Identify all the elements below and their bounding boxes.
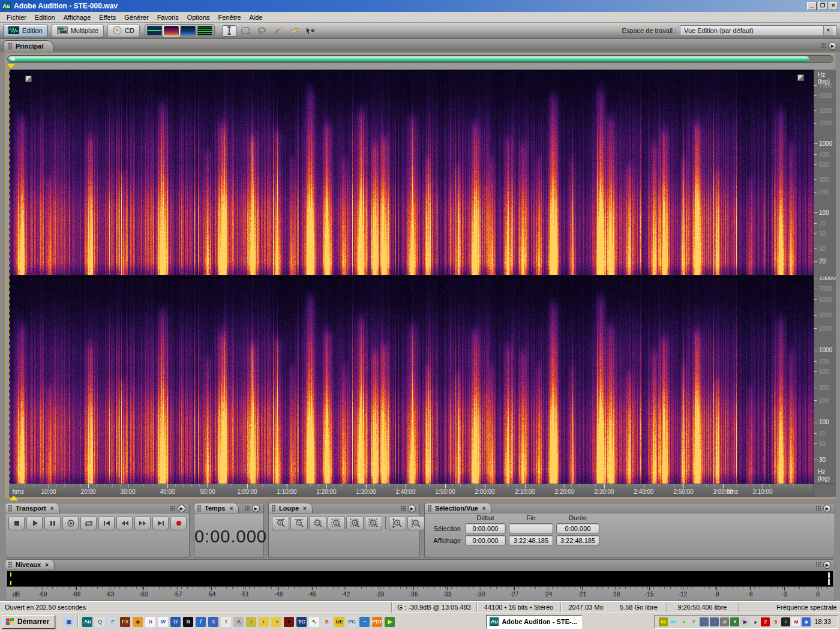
tray-pen-icon[interactable]: ▶	[740, 617, 749, 626]
effects-paintbrush-tool[interactable]	[271, 25, 285, 37]
wand-tool-icon[interactable]: /	[196, 617, 206, 627]
close-icon[interactable]: ×	[44, 562, 49, 568]
playhead-top-marker[interactable]	[7, 64, 14, 68]
onenote-icon[interactable]: n	[145, 617, 155, 627]
zoom-in-right-edge-button[interactable]	[346, 516, 364, 530]
title-bar[interactable]: Au Adobe Audition - STE-000.wav _ ❐ ×	[0, 0, 840, 12]
zoom-in-horizontal-button[interactable]	[272, 516, 289, 530]
marquee-selection-tool[interactable]	[238, 25, 253, 37]
chevron-down-icon[interactable]: ▼	[823, 26, 833, 35]
zoom-out-vertical-button[interactable]	[407, 516, 425, 530]
internet-icon[interactable]: O	[170, 617, 181, 627]
spectral-frequency-display-button[interactable]	[164, 26, 179, 35]
time-display[interactable]: 0:00.000	[194, 527, 263, 547]
photo-app-icon[interactable]: ■	[284, 617, 294, 627]
word-icon[interactable]: W	[158, 617, 168, 627]
panel-menu-button[interactable]: ▶	[823, 561, 831, 569]
menu-aide[interactable]: Aide	[245, 13, 267, 22]
spot-healing-brush-tool[interactable]	[287, 25, 301, 37]
tray-mouse-icon[interactable]: M	[791, 617, 800, 626]
pattern-app-icon[interactable]: X	[208, 617, 218, 627]
selection-handle-left[interactable]	[25, 76, 32, 82]
record-button[interactable]	[170, 516, 187, 530]
sélection-durée-field[interactable]: 0:00.000	[556, 523, 599, 533]
rewind-button[interactable]	[116, 516, 133, 530]
zoom-in-vertical-button[interactable]	[389, 516, 406, 530]
my-computer-icon[interactable]: PC	[347, 617, 357, 627]
tray-network-2-icon[interactable]: ×	[710, 617, 719, 626]
tray-network-1-icon[interactable]: ×	[700, 617, 709, 626]
panel-menu-button[interactable]: ▶	[823, 505, 831, 512]
scrub-tool[interactable]	[303, 25, 317, 37]
start-button[interactable]: Démarrer	[2, 615, 55, 629]
affichage-début-field[interactable]: 0:00.000	[465, 535, 506, 545]
sélection-début-field[interactable]: 0:00.000	[465, 523, 506, 533]
panel-menu-button[interactable]: ▶	[252, 505, 260, 512]
menu-fichier[interactable]: Fichier	[2, 13, 31, 22]
menu-effets[interactable]: Effets	[95, 13, 120, 22]
play-button[interactable]	[26, 516, 43, 530]
tray-currency-icon[interactable]: $	[771, 617, 780, 626]
close-icon[interactable]: ×	[302, 505, 307, 512]
panel-menu-button[interactable]: ▶	[408, 505, 416, 512]
calculator-icon[interactable]: #	[107, 617, 118, 627]
tray-cursor-icon[interactable]: ▲	[751, 617, 760, 626]
pointer-app-icon[interactable]: ↖	[309, 617, 319, 627]
spectrogram-right-channel[interactable]	[9, 277, 814, 484]
edition-mode-button[interactable]: Edition	[3, 25, 48, 37]
stop-button[interactable]	[8, 516, 25, 530]
lasso-selection-tool[interactable]	[254, 25, 269, 37]
frequency-ruler-left[interactable]: 7000500030002000100070050030020010070503…	[814, 70, 836, 275]
menu-edition[interactable]: Edition	[31, 13, 59, 22]
tray-blocked-icon[interactable]: Ø	[720, 617, 729, 626]
audition-icon[interactable]: Au	[82, 617, 92, 627]
globe-night-icon[interactable]: ◑	[271, 617, 281, 627]
close-button[interactable]: ×	[829, 2, 838, 10]
tray-antivirus-icon[interactable]: Z	[761, 617, 770, 626]
panel-menu-button[interactable]: ▶	[178, 505, 185, 512]
frequency-ruler-right[interactable]: 1000070005000300020001000700500300200100…	[814, 277, 836, 484]
tab-principal[interactable]: Principal	[4, 40, 53, 52]
close-icon[interactable]: ×	[229, 505, 233, 512]
briefcase-icon[interactable]: ◆	[133, 617, 143, 627]
spectrogram-left-channel[interactable]	[9, 70, 814, 275]
waveform-display-button[interactable]	[147, 26, 162, 35]
zoom-out-full-button[interactable]	[309, 516, 326, 530]
menu-favoris[interactable]: Favoris	[153, 13, 183, 22]
taskbar-window-button[interactable]: Au Adobe Audition - STE-...	[486, 615, 582, 629]
viewer-app-icon[interactable]: A	[233, 617, 244, 627]
swish-icon[interactable]: ~	[359, 617, 370, 627]
horizontal-scroll-track[interactable]	[7, 55, 833, 63]
composer-icon[interactable]: ♪	[246, 617, 256, 627]
close-icon[interactable]: ×	[481, 505, 486, 512]
zoom-to-selection-button[interactable]	[328, 516, 345, 530]
affichage-fin-field[interactable]: 3:22:48.185	[509, 535, 553, 545]
cd-mode-button[interactable]: CD	[107, 25, 140, 37]
tray-console-icon[interactable]: ≡	[781, 617, 790, 626]
restore-button[interactable]: ❐	[818, 2, 827, 10]
spectral-phase-display-button[interactable]	[197, 26, 212, 35]
total-commander-icon[interactable]: TC	[296, 617, 307, 627]
db-ruler[interactable]: -69-66-63-60-57-54-51-48-45-42-39-36-33-…	[7, 587, 833, 600]
selection-vue-tab[interactable]: Sélection/Vue ×	[425, 503, 492, 514]
menu-options[interactable]: Options	[183, 13, 214, 22]
tray-flag-icon[interactable]: P	[689, 617, 698, 626]
zoom-out-horizontal-button[interactable]	[290, 516, 308, 530]
zoom-in-left-edge-button[interactable]	[365, 516, 382, 530]
close-icon[interactable]: ×	[49, 505, 54, 512]
time-ruler[interactable]: 10:0020:0030:0040:0050:001:00:001:10:001…	[9, 484, 814, 497]
pause-button[interactable]	[44, 516, 61, 530]
sélection-fin-field[interactable]	[509, 523, 553, 533]
workspace-select[interactable]: Vue Edition (par défaut) ▼	[680, 25, 837, 36]
pdf-icon[interactable]: PDF	[372, 617, 382, 627]
ultraedit-icon[interactable]: UE	[334, 617, 344, 627]
sbp-icon[interactable]: S	[322, 617, 332, 627]
play-from-cursor-button[interactable]	[62, 516, 79, 530]
tray-scheduler-icon[interactable]: 00	[659, 617, 668, 626]
globe-day-icon[interactable]: ◐	[259, 617, 269, 627]
effects-app-icon[interactable]: FX	[120, 617, 130, 627]
fast-forward-button[interactable]	[134, 516, 151, 530]
level-meter[interactable]	[7, 571, 833, 587]
tag-icon[interactable]: t	[221, 617, 231, 627]
loop-play-button[interactable]	[80, 516, 97, 530]
